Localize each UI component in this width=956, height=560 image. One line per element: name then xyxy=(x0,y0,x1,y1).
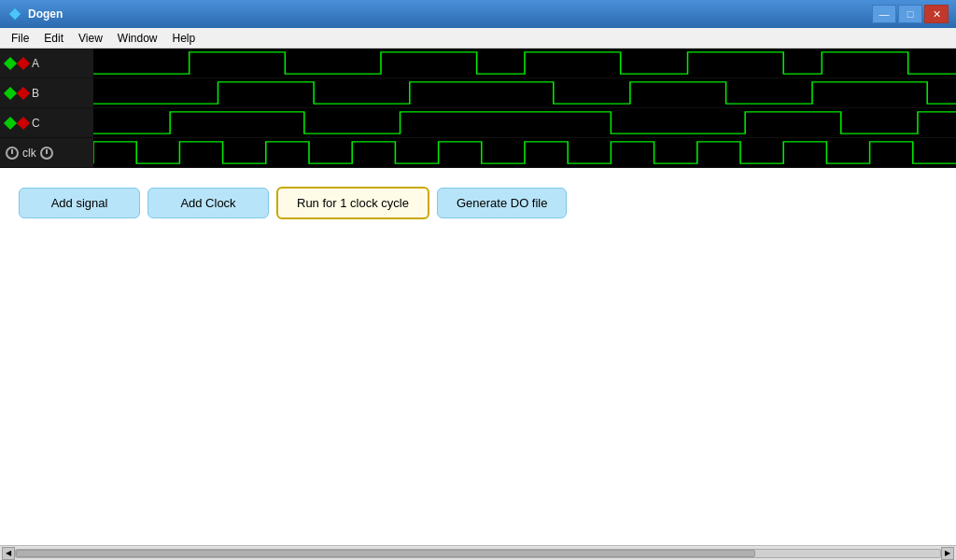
scrollbar-thumb[interactable] xyxy=(16,550,755,557)
waveform-a xyxy=(93,49,956,77)
menu-help[interactable]: Help xyxy=(165,30,204,47)
signal-row-b: B xyxy=(0,78,956,108)
menu-edit[interactable]: Edit xyxy=(36,30,71,47)
signal-name-a: A xyxy=(32,57,39,70)
signal-name-c: C xyxy=(32,117,40,130)
signal-green-icon-a xyxy=(4,56,17,69)
waveform-b xyxy=(93,78,956,107)
waveform-panel: A B xyxy=(0,49,956,168)
signal-label-b: B xyxy=(0,78,93,107)
signal-red-icon-c xyxy=(17,116,30,129)
run-clock-button[interactable]: Run for 1 clock cycle xyxy=(276,187,429,219)
signal-name-b: B xyxy=(32,87,39,100)
signal-red-icon-a xyxy=(17,56,30,69)
add-clock-button[interactable]: Add Clock xyxy=(148,188,269,218)
menu-view[interactable]: View xyxy=(71,30,110,47)
waveform-c xyxy=(93,108,956,137)
minimize-button[interactable]: — xyxy=(872,5,896,23)
signal-row-c: C xyxy=(0,108,956,138)
clock-right-icon xyxy=(40,147,53,160)
add-signal-button[interactable]: Add signal xyxy=(19,188,140,218)
svg-marker-0 xyxy=(9,8,21,20)
menu-bar: File Edit View Window Help xyxy=(0,28,956,49)
app-icon xyxy=(7,7,22,21)
window-title: Dogen xyxy=(28,7,866,21)
scrollbar-track[interactable] xyxy=(15,549,941,558)
signal-green-icon-b xyxy=(4,86,17,99)
menu-window[interactable]: Window xyxy=(110,30,165,47)
button-row: Add signal Add Clock Run for 1 clock cyc… xyxy=(19,187,937,219)
signal-label-a: A xyxy=(0,49,93,77)
scroll-left-arrow[interactable]: ◀ xyxy=(2,547,15,560)
menu-file[interactable]: File xyxy=(4,30,36,47)
close-button[interactable]: ✕ xyxy=(924,5,949,23)
signal-name-clk: clk xyxy=(22,147,36,160)
signal-red-icon-b xyxy=(17,86,30,99)
generate-do-button[interactable]: Generate DO file xyxy=(437,188,568,218)
signal-label-clk: clk xyxy=(0,138,93,167)
title-bar: Dogen — □ ✕ xyxy=(0,0,956,28)
signal-row-a: A xyxy=(0,49,956,78)
main-content: Add signal Add Clock Run for 1 clock cyc… xyxy=(0,168,956,545)
signal-green-icon-c xyxy=(4,116,17,129)
horizontal-scrollbar[interactable]: ◀ ▶ xyxy=(0,545,956,560)
signal-row-clk: clk xyxy=(0,138,956,168)
window-controls: — □ ✕ xyxy=(872,5,949,23)
maximize-button[interactable]: □ xyxy=(898,5,922,23)
signal-label-c: C xyxy=(0,108,93,137)
waveform-clk xyxy=(93,138,956,167)
clock-left-icon xyxy=(6,147,19,160)
scroll-right-arrow[interactable]: ▶ xyxy=(941,547,954,560)
